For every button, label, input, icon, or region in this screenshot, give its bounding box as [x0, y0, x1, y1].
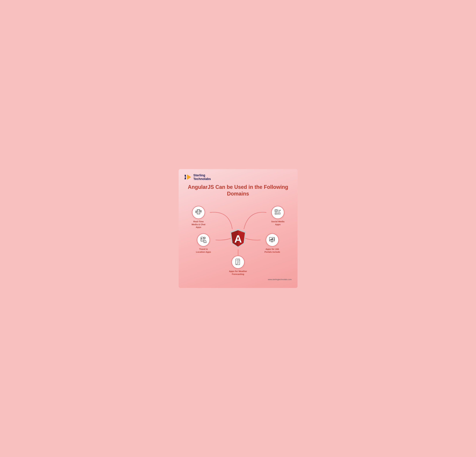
svg-rect-2: [184, 177, 186, 180]
node-circle-social: [271, 206, 284, 219]
logo-line1: Sterling: [193, 174, 211, 177]
angular-logo: A: [228, 228, 248, 248]
label-media-chat: Real-TimeMedia & ChatApps: [192, 220, 205, 229]
svg-text:A: A: [234, 233, 242, 245]
svg-marker-0: [187, 174, 191, 180]
footer-url: www.sterlingtechnolabs.com: [184, 278, 292, 281]
page-title: AngularJS Can be Used in the Following D…: [184, 184, 292, 197]
svg-rect-18: [197, 210, 199, 212]
node-circle-weather: 35°: [231, 256, 245, 269]
node-circle-media: [192, 206, 205, 219]
node-weather: 35° Apps for WeatherForecasting: [229, 256, 247, 275]
logo-text: Sterling Technolabs: [193, 174, 211, 181]
node-location: Travel &Location Apps: [196, 233, 211, 253]
svg-point-14: [201, 210, 202, 211]
svg-point-16: [201, 211, 202, 212]
logo-line2: Technolabs: [193, 177, 211, 181]
svg-point-33: [204, 238, 205, 238]
page-wrapper: Sterling Technolabs AngularJS Can be Use…: [179, 169, 298, 288]
label-job-portals: Apps for JobPortals Include: [264, 248, 280, 253]
svg-point-12: [196, 212, 196, 213]
svg-rect-28: [201, 237, 204, 241]
node-social-media: Social MediaApps: [271, 206, 284, 226]
label-social-media: Social MediaApps: [271, 220, 284, 226]
svg-rect-41: [270, 239, 271, 240]
svg-point-47: [237, 260, 239, 262]
logo-icon: [184, 174, 192, 180]
svg-rect-19: [275, 209, 277, 212]
svg-rect-42: [271, 239, 272, 240]
label-weather: Apps for WeatherForecasting: [229, 270, 247, 275]
node-circle-job: [266, 233, 279, 247]
svg-rect-43: [272, 238, 273, 240]
svg-rect-23: [278, 213, 280, 214]
logo-area: Sterling Technolabs: [184, 174, 292, 181]
label-location: Travel &Location Apps: [196, 248, 211, 253]
svg-text:35°: 35°: [237, 262, 239, 264]
diagram-container: A Real-Ti: [187, 201, 289, 277]
svg-point-44: [273, 238, 274, 240]
svg-point-20: [275, 210, 277, 211]
svg-rect-1: [184, 175, 186, 177]
node-job-portals: Apps for JobPortals Include: [264, 233, 280, 253]
svg-marker-22: [276, 213, 277, 214]
node-circle-location: [197, 233, 210, 247]
node-media-chat: Real-TimeMedia & ChatApps: [192, 206, 205, 229]
svg-point-10: [196, 211, 196, 212]
